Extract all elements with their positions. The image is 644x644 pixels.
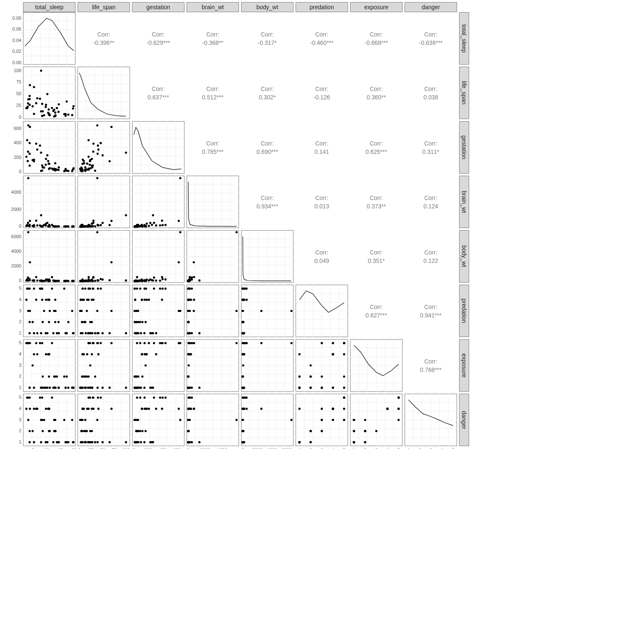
svg-point-551	[161, 278, 164, 280]
svg-point-1403	[159, 397, 161, 399]
svg-point-1256	[343, 342, 345, 344]
svg-point-858	[291, 310, 293, 312]
svg-point-435	[33, 280, 35, 282]
x-tick: 1	[402, 447, 414, 449]
y-tick: 4	[5, 297, 21, 302]
row-header-label: predation	[461, 299, 467, 323]
svg-point-325	[179, 177, 181, 179]
corr-total_sleep-brain_wt: Corr:-0.368**	[187, 12, 239, 65]
corr-label: Corr:	[152, 31, 165, 38]
svg-point-120	[65, 169, 67, 171]
svg-point-948	[51, 342, 53, 344]
svg-point-1006	[97, 353, 99, 355]
svg-point-179	[88, 169, 90, 171]
svg-point-334	[149, 222, 151, 224]
y-tick: 1	[5, 385, 21, 390]
svg-point-1289	[39, 397, 41, 399]
svg-point-546	[139, 280, 141, 282]
svg-point-151	[92, 143, 94, 145]
y-tick: 75	[5, 79, 21, 84]
svg-point-550	[134, 280, 136, 282]
corr-value: 0.013	[314, 203, 329, 210]
svg-point-563	[236, 231, 238, 233]
svg-point-655	[44, 332, 47, 334]
svg-point-648	[29, 321, 31, 323]
svg-point-92	[45, 158, 47, 160]
x-tick: 50	[97, 447, 109, 449]
corr-life_span-brain_wt: Corr:0.512***	[187, 67, 239, 119]
svg-point-180	[84, 166, 86, 169]
svg-point-1358	[97, 408, 99, 410]
corr-gestation-brain_wt: Corr:0.785***	[187, 121, 239, 174]
x-tick: 15	[55, 447, 66, 449]
svg-point-1253	[343, 353, 345, 355]
svg-point-215	[29, 220, 31, 222]
svg-point-1017	[88, 375, 90, 377]
corr-value: -0.396**	[93, 39, 114, 46]
y-tick: 0.04	[5, 38, 21, 43]
panel-svg-brain_wt-life_span	[78, 176, 130, 228]
svg-point-788	[134, 321, 136, 323]
x-tick: 1	[348, 447, 360, 449]
svg-point-1416	[140, 441, 142, 443]
svg-point-256	[29, 224, 31, 226]
y-tick: 0.02	[5, 49, 21, 54]
svg-point-47	[73, 105, 75, 107]
svg-point-654	[36, 332, 38, 334]
svg-point-585	[198, 279, 200, 281]
col-header-exposure: exposure	[350, 2, 402, 12]
svg-point-1361	[89, 441, 91, 443]
svg-point-1016	[86, 353, 88, 355]
col-header-brain_wt: brain_wt	[187, 2, 239, 12]
corr-value: 0.625***	[366, 148, 387, 155]
svg-point-1608	[343, 397, 345, 399]
svg-point-964	[47, 353, 49, 355]
svg-point-1600	[309, 430, 312, 432]
x-tick: 600	[171, 447, 183, 449]
svg-point-277	[101, 222, 104, 224]
svg-point-939	[48, 375, 50, 377]
svg-point-659	[54, 299, 56, 301]
svg-point-969	[67, 387, 69, 389]
svg-point-986	[110, 342, 112, 344]
svg-point-552	[143, 280, 145, 282]
svg-point-118	[71, 170, 73, 172]
svg-point-1603	[332, 408, 334, 410]
svg-point-1027	[100, 342, 102, 344]
svg-point-431	[47, 280, 49, 282]
svg-point-1398	[161, 408, 163, 410]
svg-point-62	[55, 114, 57, 116]
svg-point-691	[110, 310, 112, 312]
svg-point-1050	[153, 342, 155, 344]
svg-point-1214	[321, 342, 323, 344]
svg-point-766	[152, 332, 154, 334]
svg-point-300	[94, 225, 96, 227]
svg-point-847	[188, 288, 190, 290]
svg-point-235	[36, 224, 38, 226]
corr-label: Corr:	[424, 358, 437, 365]
corr-life_span-predation: Corr:-0.126	[296, 67, 348, 119]
y-tick: 1	[5, 330, 21, 335]
svg-point-761	[164, 288, 166, 290]
svg-point-211	[27, 177, 29, 179]
svg-point-1213	[343, 375, 345, 377]
svg-point-104	[26, 139, 28, 141]
svg-point-958	[65, 387, 67, 389]
svg-point-1281	[29, 408, 31, 410]
svg-point-732	[100, 288, 102, 290]
row-header-label: exposure	[461, 353, 467, 378]
panel-svg-predation-brain_wt	[187, 285, 239, 337]
svg-point-161	[88, 139, 90, 141]
corr-life_span-exposure: Corr:0.360**	[350, 67, 402, 119]
svg-point-187	[82, 158, 84, 161]
panel-svg-predation-body_wt	[241, 285, 293, 337]
svg-point-756	[159, 288, 161, 290]
x-tick: 3	[371, 447, 382, 449]
svg-point-961	[42, 375, 44, 377]
svg-point-169	[88, 164, 91, 166]
y-tick: 5	[5, 286, 21, 291]
y-tick: 4000	[5, 190, 21, 195]
svg-point-399	[35, 276, 37, 278]
svg-point-716	[80, 299, 82, 301]
svg-point-1282	[45, 408, 47, 410]
